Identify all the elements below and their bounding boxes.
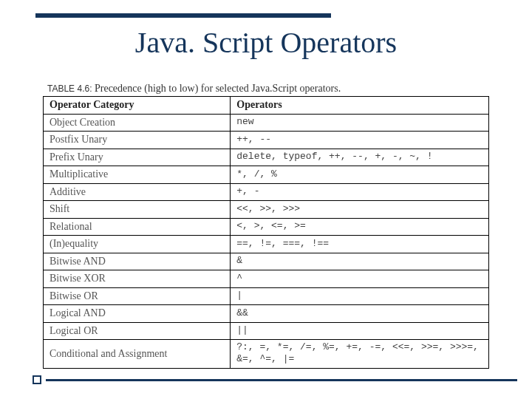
cell-category: Bitwise AND [44, 253, 231, 270]
precedence-table: Operator Category Operators Object Creat… [43, 96, 489, 369]
table-row: Prefix Unary delete, typeof, ++, --, +, … [44, 149, 489, 166]
cell-operators: ++, -- [231, 132, 489, 149]
table-row: Logical AND && [44, 305, 489, 323]
bottom-divider [46, 379, 517, 381]
cell-operators: ?:, =, *=, /=, %=, +=, -=, <<=, >>=, >>>… [231, 340, 489, 369]
table-caption: TABLE 4.6: Precedence (high to low) for … [47, 83, 341, 95]
table-row: Additive +, - [44, 183, 489, 201]
slide-title: Java. Script Operators [0, 25, 532, 60]
slide: Java. Script Operators TABLE 4.6: Preced… [0, 0, 532, 399]
cell-operators: ^ [231, 270, 489, 288]
cell-operators: | [231, 287, 489, 305]
table-row: Bitwise OR | [44, 287, 489, 305]
cell-category: Multiplicative [44, 166, 231, 184]
cell-category: (In)equality [44, 236, 231, 253]
cell-category: Conditional and Assignment [44, 340, 231, 369]
table-row: Logical OR || [44, 322, 489, 340]
cell-operators: *, /, % [231, 166, 489, 184]
cell-operators: <, >, <=, >= [231, 218, 489, 236]
cell-category: Object Creation [44, 114, 231, 132]
table-row: (In)equality ==, !=, ===, !== [44, 236, 489, 253]
cell-category: Prefix Unary [44, 149, 231, 166]
table-row: Shift <<, >>, >>> [44, 201, 489, 219]
table-row: Relational <, >, <=, >= [44, 218, 489, 236]
table-row: Multiplicative *, /, % [44, 166, 489, 184]
cell-operators: +, - [231, 183, 489, 201]
table-row: Bitwise AND & [44, 253, 489, 270]
cell-operators: new [231, 114, 489, 132]
cell-category: Logical AND [44, 305, 231, 323]
table-row: Postfix Unary ++, -- [44, 132, 489, 149]
square-bullet-icon [33, 375, 41, 384]
cell-category: Bitwise OR [44, 287, 231, 305]
cell-category: Logical OR [44, 322, 231, 340]
cell-operators: || [231, 322, 489, 340]
cell-category: Shift [44, 201, 231, 219]
cell-operators: && [231, 305, 489, 323]
cell-category: Additive [44, 183, 231, 201]
cell-operators: ==, !=, ===, !== [231, 236, 489, 253]
header-category: Operator Category [44, 97, 231, 115]
header-operators: Operators [231, 97, 489, 115]
table-header-row: Operator Category Operators [44, 97, 489, 115]
table-row: Bitwise XOR ^ [44, 270, 489, 288]
table-caption-text: Precedence (high to low) for selected Ja… [95, 83, 341, 94]
cell-operators: delete, typeof, ++, --, +, -, ~, ! [231, 149, 489, 166]
cell-category: Bitwise XOR [44, 270, 231, 288]
table-row: Conditional and Assignment ?:, =, *=, /=… [44, 340, 489, 369]
cell-operators: <<, >>, >>> [231, 201, 489, 219]
top-divider [35, 13, 331, 18]
cell-category: Postfix Unary [44, 132, 231, 149]
precedence-table-wrap: Operator Category Operators Object Creat… [43, 96, 489, 369]
cell-operators: & [231, 253, 489, 270]
table-caption-label: TABLE 4.6: [47, 83, 92, 94]
cell-category: Relational [44, 218, 231, 236]
table-row: Object Creation new [44, 114, 489, 132]
